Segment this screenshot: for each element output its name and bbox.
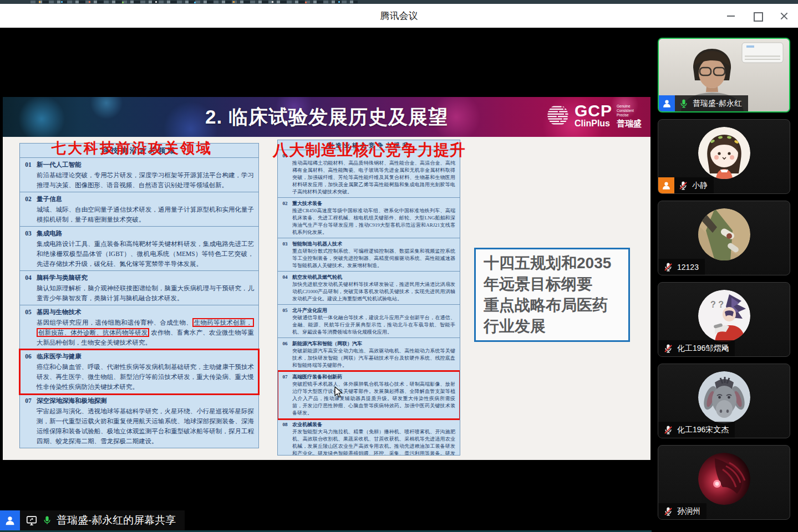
- table-item: 07高端医疗装备和创新药突破腔镜手术机器人、体外膜肺氧合机等核心技术，研制高端影…: [278, 371, 460, 419]
- item-body: 突破腔镜手术机器人、体外膜肺氧合机等核心技术，研制高端影像、放射治疗等大型医疗设…: [292, 381, 455, 417]
- table-item: 04航空发动机及燃气轮机加快先进航空发动机关键材料等技术研发验证，推进民用大涵道…: [278, 272, 460, 305]
- minimize-icon[interactable]: [726, 11, 736, 21]
- share-bar-label: 普瑞盛-郝永红的屏幕共享: [57, 513, 176, 528]
- item-body: 开发智能型大马力拖拉机、精量（免耕）播种机、喷杆喷雾机、开沟施肥机、高效联合收割…: [292, 428, 455, 456]
- table-item: 08农业机械装备开发智能型大马力拖拉机、精量（免耕）播种机、喷杆喷雾机、开沟施肥…: [278, 419, 460, 456]
- participant-name-bar: 化工196邹熠飏: [658, 340, 735, 356]
- callout-box: 十四五规划和2035年远景目标纲要 重点战略布局医药行业发展: [474, 248, 630, 342]
- participant-name-bar: 12123: [658, 259, 705, 275]
- close-icon[interactable]: [779, 11, 789, 21]
- participant-thumbnail[interactable]: 孙润州: [658, 445, 790, 520]
- annotation-right-heading: 八大制造业核心竞争力提升: [273, 140, 466, 161]
- table-item: 05基因与生物技术基因组学研究应用，遗传细胞和遗传育种、合成生物、生物药等技术创…: [20, 305, 258, 350]
- participant-name-bar: 孙润州: [658, 503, 706, 519]
- item-number: 07: [20, 396, 37, 446]
- participant-thumbnail[interactable]: 12123: [658, 201, 790, 275]
- participant-name: 小静: [692, 181, 708, 191]
- item-title: 深空深地深海和极地探测: [37, 396, 254, 406]
- participant-thumbnail[interactable]: ? ? 化工196邹熠飏: [658, 282, 790, 357]
- maximize-icon[interactable]: [753, 11, 763, 21]
- table-item: 01新一代人工智能前沿基础理论突破，专用芯片研发，深度学习框架等开源算法平台构建…: [20, 158, 258, 192]
- item-body: 前沿基础理论突破，专用芯片研发，深度学习框架等开源算法平台构建，学习推理与决策、…: [37, 170, 254, 190]
- participant-name: 普瑞盛-郝永红: [693, 99, 742, 109]
- mic-on-icon: [42, 515, 52, 525]
- gcp-clinplus-logo: GCP ClinPlus Genuine Consistent Precise …: [546, 103, 642, 128]
- item-title: 重大技术装备: [292, 200, 455, 207]
- callout-line: 十四五规划和2035年远景目标纲要: [484, 253, 621, 295]
- svg-text:? ?: ? ?: [710, 300, 724, 309]
- item-title: 新能源汽车和智能（网联）汽车: [292, 340, 455, 347]
- item-body-segment: 生物药等技术创新，: [192, 318, 254, 327]
- person-icon: [4, 514, 16, 526]
- item-body: 脑认知原理解析，脑介观神经联接图谱绘制，脑重大疾病机理与干预研究，儿童青少年脑智…: [37, 283, 254, 303]
- manufacturing-table: 制造业核心竞争力提升01 推动高端稀土功能材料、高品质特殊钢材、高性能合金、高温…: [277, 140, 460, 456]
- participant-avatar: [698, 208, 750, 260]
- item-body-segment: 创新疫苗、体外诊断、抗体药物等研发: [37, 328, 149, 337]
- participant-thumbnail[interactable]: 普瑞盛-郝永红: [658, 38, 790, 112]
- participant-name: 孙润州: [677, 507, 700, 516]
- item-content: 高端医疗装备和创新药突破腔镜手术机器人、体外膜肺氧合机等核心技术，研制高端影像、…: [292, 373, 455, 417]
- item-content: 航空发动机及燃气轮机加快先进航空发动机关键材料等技术研发验证，推进民用大涵道比涡…: [292, 273, 455, 303]
- person-badge-icon: [658, 177, 674, 193]
- item-content: 重大技术装备推进CR450高速度等级中国标准动车组、谱系化中国标准地铁列车、高端…: [292, 200, 455, 236]
- mic-muted-icon: [678, 181, 688, 191]
- annotation-left-heading: 七大科技前沿攻关领域: [52, 139, 212, 158]
- item-content: 智能制造与机器人技术重点研制分散式控制系统、可编程逻辑控制器、数据采集和视频监控…: [292, 240, 455, 269]
- participant-thumbnail[interactable]: 化工196宋文杰: [658, 364, 790, 438]
- table-item: 03智能制造与机器人技术重点研制分散式控制系统、可编程逻辑控制器、数据采集和视频…: [278, 238, 460, 272]
- item-content: 集成电路集成电路设计工具、重点装备和高纯靶材等关键材料研发，集成电路先进工艺和绝…: [37, 228, 254, 269]
- table-item: 06新能源汽车和智能（网联）汽车突破新能源汽车高安全动力电池、高效驱动电机、高性…: [278, 338, 460, 371]
- participant-avatar: [698, 127, 750, 179]
- logo-tagline: Genuine: [617, 104, 642, 109]
- item-body: 重点研制分散式控制系统、可编程逻辑控制器、数据采集和视频监控系统等工业控制装备，…: [292, 248, 455, 269]
- presenter-badge: [0, 510, 20, 530]
- mic-on-icon: [679, 99, 689, 109]
- os-taskbar-strip: [0, 0, 798, 4]
- mic-muted-icon: [663, 425, 673, 435]
- tech-frontier-table: 科技前沿攻关领域01新一代人工智能前沿基础理论突破，专用芯片研发，深度学习框架等…: [19, 143, 259, 448]
- participant-avatar: [698, 371, 750, 423]
- screen-share-icon: [26, 514, 38, 526]
- window-title: 腾讯会议: [380, 9, 418, 22]
- item-content: 深空深地深海和极地探测宇宙起源与演化、透视地球等基础科学研究，火星环绕、小行星巡…: [37, 396, 254, 446]
- item-body: 基因组学研究应用，遗传细胞和遗传育种、合成生物、生物药等技术创新，创新疫苗、体外…: [37, 318, 254, 347]
- slide-body: 七大科技前沿攻关领域 八大制造业核心竞争力提升 科技前沿攻关领域01新一代人工智…: [3, 137, 650, 460]
- item-body: 癌症和心脑血管、呼吸、代谢性疾病等发病机制基础研究，主动健康干预技术研发、再生医…: [37, 362, 254, 392]
- participant-name-bar: 化工196宋文杰: [658, 422, 735, 438]
- item-number: 04: [278, 273, 292, 303]
- item-content: 北斗产业化应用突破通信导航一体化融合等技术，建设北斗应用产业创新平台，在通信、金…: [292, 306, 455, 336]
- table-item: 06临床医学与健康癌症和心脑血管、呼吸、代谢性疾病等发病机制基础研究，主动健康干…: [20, 350, 258, 394]
- item-content: 农业机械装备开发智能型大马力拖拉机、精量（免耕）播种机、喷杆喷雾机、开沟施肥机、…: [292, 421, 455, 456]
- item-number: 06: [20, 351, 37, 392]
- participant-name: 化工196邹熠飏: [677, 344, 729, 354]
- participant-name-bar: 小静: [658, 177, 714, 193]
- person-badge-icon: [659, 95, 675, 111]
- table-item: 03集成电路集成电路设计工具、重点装备和高纯靶材等关键材料研发，集成电路先进工艺…: [20, 227, 258, 271]
- item-body: 集成电路设计工具、重点装备和高纯靶材等关键材料研发，集成电路先进工艺和绝缘栅双极…: [37, 239, 254, 269]
- item-title: 农业机械装备: [292, 421, 455, 428]
- shared-screen-area: 2. 临床试验发展历史及展望 GCP: [0, 28, 652, 532]
- mic-muted-icon: [663, 344, 673, 354]
- item-body-segment: 基因组学研究应用，遗传细胞和遗传育种、合成生物、: [37, 319, 192, 326]
- item-body: 突破通信导航一体化融合等技术，建设北斗应用产业创新平台，在通信、金融、能源、民航…: [292, 314, 455, 336]
- participant-thumbnail[interactable]: 小静: [658, 119, 790, 194]
- item-content: 新一代人工智能前沿基础理论突破，专用芯片研发，深度学习框架等开源算法平台构建，学…: [37, 160, 254, 190]
- item-body: 推进CR450高速度等级中国标准动车组、谱系化中国标准地铁列车、高端机床装备、先…: [292, 207, 455, 236]
- callout-line: 重点战略布局医药行业发展: [484, 295, 621, 337]
- mic-muted-icon: [663, 262, 673, 272]
- participant-name: 化工196宋文杰: [677, 425, 729, 435]
- table-item: 07深空深地深海和极地探测宇宙起源与演化、透视地球等基础科学研究，火星环绕、小行…: [20, 394, 258, 448]
- item-number: 02: [20, 194, 37, 224]
- item-title: 脑科学与类脑研究: [37, 273, 254, 283]
- participant-name-bar: 普瑞盛-郝永红: [659, 95, 748, 111]
- item-number: 03: [20, 228, 37, 269]
- table-item: 02量子信息城域、城际、自由空间量子通信技术研发，通用量子计算原型机和实用化量子…: [20, 192, 258, 227]
- participant-avatar: [698, 453, 750, 505]
- item-body: 推动高端稀土功能材料、高品质特殊钢材、高性能合金、高温合金、高纯稀有金属材料、高…: [292, 160, 455, 196]
- item-body: 突破新能源汽车高安全动力电池、高效驱动电机、高性能动力系统等关键技术，加快研发智…: [292, 347, 455, 369]
- item-title: 北斗产业化应用: [292, 306, 455, 314]
- item-title: 集成电路: [37, 228, 254, 239]
- screen-share-status-bar: 普瑞盛-郝永红的屏幕共享: [0, 510, 185, 530]
- window-controls: [726, 4, 789, 28]
- mic-muted-icon: [663, 507, 673, 516]
